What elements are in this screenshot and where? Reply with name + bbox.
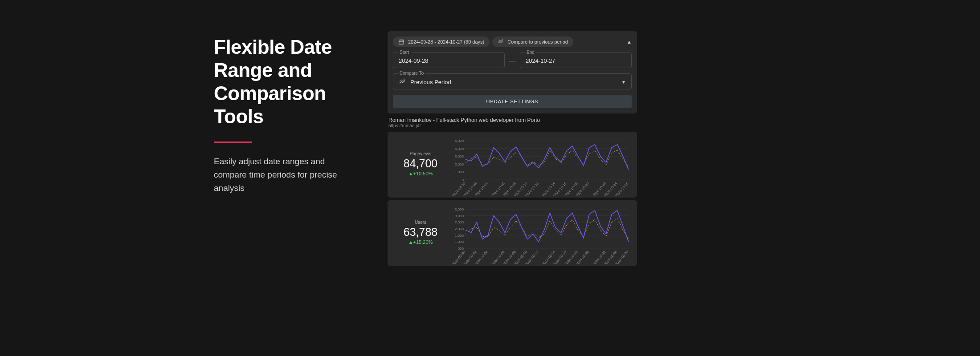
calendar-icon bbox=[398, 39, 404, 45]
pageviews-label: Pageviews bbox=[394, 151, 447, 156]
svg-text:5,000: 5,000 bbox=[455, 139, 464, 143]
svg-text:1,000: 1,000 bbox=[455, 240, 464, 244]
feature-title: Flexible Date Range and Comparison Tools bbox=[214, 36, 352, 128]
svg-text:2,000: 2,000 bbox=[455, 227, 464, 231]
compare-chip[interactable]: Compare to previous period bbox=[492, 36, 573, 47]
pageviews-delta: ▲+10.50% bbox=[394, 171, 447, 176]
pageviews-card: Pageviews 84,700 ▲+10.50% 01,0002,0003,0… bbox=[388, 132, 637, 198]
svg-text:3,000: 3,000 bbox=[455, 214, 464, 218]
date-range-chip-text: 2024-09-28 - 2024-10-27 (30 days) bbox=[408, 39, 484, 44]
compare-to-value: Previous Period bbox=[410, 79, 621, 85]
stacked-line-icon bbox=[399, 78, 406, 85]
pageviews-chart: 01,0002,0003,0004,0005,0002024-09-302024… bbox=[452, 138, 631, 196]
start-date-field[interactable]: Start 2024-09-28 bbox=[393, 53, 505, 68]
site-name: Roman Imankulov - Full-stack Python web … bbox=[388, 117, 636, 123]
compare-icon bbox=[498, 39, 504, 45]
svg-text:1,000: 1,000 bbox=[455, 170, 464, 174]
pageviews-value: 84,700 bbox=[394, 157, 447, 170]
title-underline bbox=[214, 142, 252, 143]
svg-text:3,000: 3,000 bbox=[455, 154, 464, 158]
site-meta: Roman Imankulov - Full-stack Python web … bbox=[388, 117, 637, 129]
end-date-field[interactable]: End 2024-10-27 bbox=[520, 53, 632, 68]
date-range-dash: — bbox=[509, 57, 515, 64]
settings-panel: 2024-09-28 - 2024-10-27 (30 days) Compar… bbox=[388, 31, 637, 113]
collapse-icon[interactable]: ▲ bbox=[627, 39, 632, 44]
feature-description: Easily adjust date ranges and compare ti… bbox=[214, 155, 352, 195]
users-value: 63,788 bbox=[394, 226, 447, 239]
compare-chip-text: Compare to previous period bbox=[507, 39, 568, 44]
start-value: 2024-09-28 bbox=[399, 57, 499, 64]
update-settings-button[interactable]: UPDATE SETTINGS bbox=[393, 95, 632, 108]
chevron-down-icon: ▼ bbox=[621, 80, 626, 85]
compare-to-label: Compare To bbox=[398, 71, 425, 76]
svg-rect-0 bbox=[399, 40, 404, 44]
svg-text:3,500: 3,500 bbox=[455, 207, 464, 211]
compare-to-select[interactable]: Compare To Previous Period ▼ bbox=[393, 73, 632, 89]
start-label: Start bbox=[398, 50, 411, 55]
users-delta: ▲+15.20% bbox=[394, 239, 447, 245]
end-label: End bbox=[525, 50, 536, 55]
users-card: Users 63,788 ▲+15.20% 5001,0001,5002,000… bbox=[388, 200, 637, 266]
users-chart: 5001,0001,5002,0002,5003,0003,5002024-09… bbox=[452, 206, 631, 264]
svg-text:1,500: 1,500 bbox=[455, 234, 464, 238]
end-value: 2024-10-27 bbox=[526, 57, 626, 64]
site-url: https://roman.pt/ bbox=[388, 123, 636, 128]
date-range-chip[interactable]: 2024-09-28 - 2024-10-27 (30 days) bbox=[393, 36, 490, 47]
dashboard-preview: 2024-09-28 - 2024-10-27 (30 days) Compar… bbox=[388, 31, 637, 266]
feature-copy: Flexible Date Range and Comparison Tools… bbox=[214, 31, 352, 266]
users-label: Users bbox=[394, 220, 447, 225]
svg-text:4,000: 4,000 bbox=[455, 147, 464, 151]
svg-text:2,500: 2,500 bbox=[455, 220, 464, 224]
svg-text:2,000: 2,000 bbox=[455, 162, 464, 166]
